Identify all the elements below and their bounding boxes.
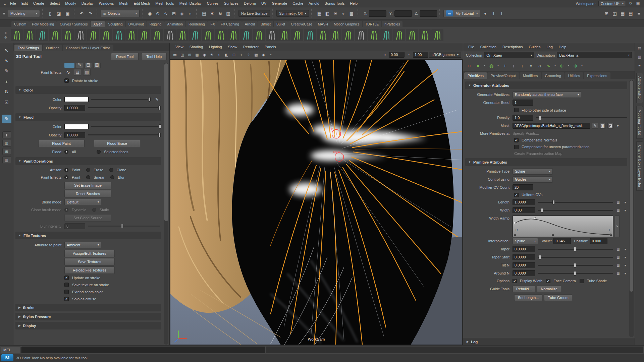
- taper-slider[interactable]: [537, 247, 614, 252]
- viewport-toolbar-icon[interactable]: +: [238, 51, 245, 58]
- right-sidebar-vertical-tab[interactable]: Modeling Toolkit: [636, 106, 643, 138]
- lasso-tool-icon[interactable]: ∿: [2, 56, 11, 65]
- set-length-button[interactable]: Set Length...: [514, 294, 542, 301]
- sidebar-toggle-icon[interactable]: ▦: [619, 10, 627, 17]
- reset-brushes-button[interactable]: Reset Brushes: [64, 190, 111, 197]
- workspace-reset-icon[interactable]: ↻: [628, 1, 633, 6]
- shelf-tab[interactable]: Arnold: [242, 21, 258, 27]
- brush-profile-icon[interactable]: ▥: [93, 63, 101, 68]
- assign-edit-textures-button[interactable]: Assign/Edit Textures: [64, 250, 115, 257]
- shelf-icon[interactable]: [100, 29, 112, 41]
- flood-color-slider[interactable]: [91, 124, 161, 129]
- shelf-icon[interactable]: [253, 29, 265, 41]
- command-language-selector[interactable]: MEL: [1, 347, 20, 353]
- viewport-canvas[interactable]: P Erase ↔ WorkCam: [170, 59, 463, 345]
- open-scene-icon[interactable]: ◪: [55, 10, 63, 17]
- shelf-icon[interactable]: [266, 29, 278, 41]
- shelf-icon[interactable]: [406, 29, 418, 41]
- xgen-tab[interactable]: Expressions: [584, 72, 610, 79]
- xgen-toolbar-icon[interactable]: ▾: [483, 62, 487, 70]
- history-icon[interactable]: ▤: [200, 10, 208, 17]
- layout-four-pane-icon[interactable]: ⊞: [2, 148, 11, 155]
- ramp-expand-button[interactable]: >: [615, 216, 620, 237]
- menu-item[interactable]: Edit: [19, 0, 31, 7]
- color-section-header[interactable]: ▼ Color: [15, 86, 161, 94]
- xgen-toolbar-icon[interactable]: ψ: [571, 62, 579, 70]
- modifier-cv-count-input[interactable]: 20: [513, 184, 533, 190]
- menu-set-selector[interactable]: Modeling ▾: [8, 10, 40, 17]
- xgen-menu-item[interactable]: File: [465, 45, 477, 49]
- length-input[interactable]: 1.0000: [513, 199, 535, 205]
- symmetry-selector[interactable]: Symmetry: Off ▾: [276, 10, 309, 17]
- reset-tool-button[interactable]: Reset Tool: [111, 53, 139, 60]
- mask-paint-icon[interactable]: ✎: [592, 123, 598, 129]
- artisan-erase-radio[interactable]: [86, 168, 90, 172]
- tilt-n-slider[interactable]: [537, 263, 614, 268]
- save-texture-on-stroke-checkbox[interactable]: [64, 283, 69, 287]
- paint-operations-section-header[interactable]: ▼ Paint Operations: [15, 157, 161, 165]
- description-dropdown[interactable]: BackHair_a ▾: [557, 52, 632, 58]
- shelf-tab[interactable]: CreativeCase: [288, 21, 315, 27]
- shelf-icon[interactable]: [419, 29, 431, 41]
- viewport-toolbar-icon[interactable]: ☀: [208, 51, 215, 58]
- generate-primitives-dropdown[interactable]: Randomly across the surface ▾: [513, 92, 581, 98]
- display-width-checkbox[interactable]: [513, 279, 517, 283]
- pe-smear-radio[interactable]: [86, 175, 90, 179]
- xgen-toolbar-icon[interactable]: ▾: [567, 62, 571, 70]
- menu-item[interactable]: Arnold: [306, 0, 322, 7]
- xgen-toolbar-icon[interactable]: ▾: [496, 62, 500, 70]
- right-sidebar-vertical-tab[interactable]: Channel Box / Layer Editor: [636, 141, 643, 191]
- flood-color-swatch[interactable]: [64, 124, 89, 129]
- shelf-icon[interactable]: [240, 29, 252, 41]
- taper-start-slider[interactable]: [537, 255, 614, 260]
- render-icon[interactable]: ◧: [323, 10, 331, 17]
- log-section-header[interactable]: ▶ Log: [463, 338, 635, 345]
- menu-item[interactable]: Mesh Tools: [153, 0, 176, 7]
- file-textures-section-header[interactable]: ▼ File Textures: [15, 232, 161, 239]
- chevron-down-icon[interactable]: ▾: [623, 262, 628, 268]
- xgen-menu-item[interactable]: Guides: [526, 45, 544, 49]
- control-using-dropdown[interactable]: Guides ▾: [513, 176, 553, 183]
- flip-side-checkbox[interactable]: [514, 108, 519, 112]
- transport-icon[interactable]: ▾: [481, 10, 489, 17]
- tilt-n-input[interactable]: 0.0000: [513, 262, 535, 268]
- xgen-toolbar-icon[interactable]: +: [501, 62, 509, 70]
- flood-opacity-slider[interactable]: [87, 132, 161, 137]
- viewport-toolbar-icon[interactable]: ◐: [216, 51, 223, 58]
- chevron-down-icon[interactable]: ▾: [623, 199, 628, 205]
- new-scene-icon[interactable]: ▯: [46, 10, 54, 17]
- flood-paint-button[interactable]: Flood Paint: [38, 140, 85, 147]
- generator-seed-input[interactable]: 1: [513, 100, 533, 106]
- xgen-menu-item[interactable]: Descriptions: [499, 45, 526, 49]
- menu-item[interactable]: Surfaces: [221, 0, 241, 7]
- viewport-menu-item[interactable]: Show: [225, 45, 240, 49]
- tube-shade-checkbox[interactable]: [580, 279, 584, 283]
- brush-profile-icon[interactable]: ▤: [85, 63, 92, 68]
- xgen-scrollbar[interactable]: [629, 80, 634, 337]
- tool-settings-scrollbar[interactable]: [164, 63, 168, 345]
- layout-two-pane-icon[interactable]: ◫: [2, 140, 11, 146]
- color-slider[interactable]: [91, 97, 151, 102]
- color-swatch[interactable]: [64, 97, 89, 102]
- shelf-icon[interactable]: [304, 29, 316, 41]
- generator-attributes-header[interactable]: ▼ Generator Attributes: [465, 81, 627, 89]
- map-icon[interactable]: ▦: [615, 270, 621, 276]
- width-ramp-widget[interactable]: R T: [513, 216, 613, 237]
- shelf-icon[interactable]: [227, 29, 239, 41]
- shelf-icon[interactable]: [11, 29, 23, 41]
- stroke-section-header[interactable]: ▶ Stroke: [15, 304, 161, 311]
- shelf-icon[interactable]: [355, 29, 367, 41]
- workspace-menu-icon[interactable]: ▤: [635, 1, 641, 6]
- shelf-icon[interactable]: [342, 29, 354, 41]
- artisan-clone-radio[interactable]: [109, 168, 113, 172]
- rotate-to-stroke-checkbox[interactable]: [64, 78, 69, 83]
- current-tool-3d-paint-icon[interactable]: ✎: [2, 115, 11, 123]
- viewport-toolbar-icon[interactable]: ▫: [267, 51, 274, 58]
- shelf-tab[interactable]: MASH: [315, 21, 331, 27]
- menu-item[interactable]: File: [7, 0, 19, 7]
- shelf-tab[interactable]: Sculpting: [105, 21, 125, 27]
- compensate-uneven-checkbox[interactable]: [514, 145, 519, 149]
- update-on-stroke-checkbox[interactable]: [64, 276, 69, 280]
- menu-item[interactable]: Modify: [62, 0, 78, 7]
- ramp-position-input[interactable]: 0.000: [590, 238, 607, 244]
